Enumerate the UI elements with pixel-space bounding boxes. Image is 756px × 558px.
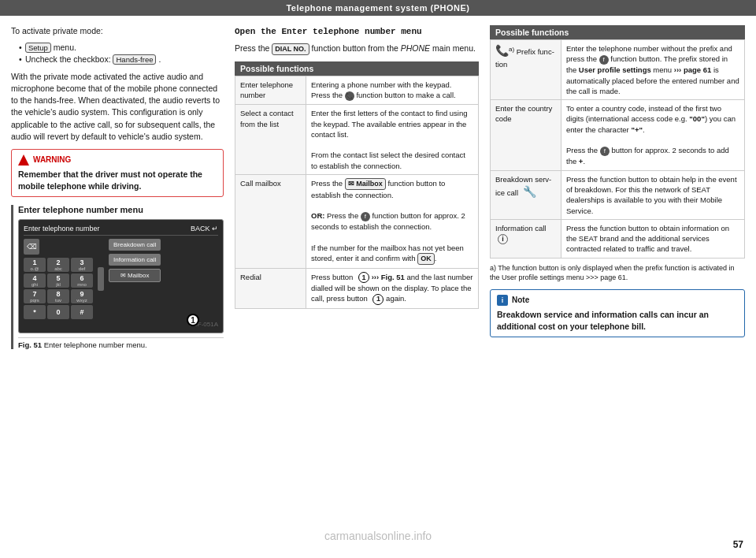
page-number: 57 bbox=[733, 539, 743, 550]
row-label: Information call i bbox=[491, 219, 561, 258]
scroll-icon bbox=[98, 267, 104, 291]
warning-text: Remember that the driver must not operat… bbox=[18, 169, 217, 192]
note-label: Note bbox=[512, 296, 529, 304]
back-icon: ↵ bbox=[212, 225, 218, 232]
key-3[interactable]: 3def bbox=[71, 258, 93, 272]
key-hash[interactable]: # bbox=[71, 305, 93, 319]
row-2-label: Call mailbox bbox=[240, 179, 281, 188]
screen-title: Enter telephone number bbox=[24, 225, 100, 232]
note-icon: i bbox=[497, 295, 508, 306]
intro-text: To activate private mode: bbox=[11, 25, 224, 37]
fig-label: Fig. 51 bbox=[18, 340, 42, 349]
dial-no-btn: DIAL NO. bbox=[272, 43, 309, 55]
row-desc: Enter the first letters of the contact t… bbox=[306, 105, 479, 175]
setup-key: Setup bbox=[25, 43, 51, 53]
circle-1-overlay: 1 bbox=[183, 314, 199, 326]
bullet-item-uncheck: Uncheck the checkbox: Hands-free . bbox=[19, 54, 224, 65]
func-btn-icon: f bbox=[599, 55, 609, 65]
information-call-btn[interactable]: Information call bbox=[109, 254, 161, 266]
header-title: Telephone management system (PHONE) bbox=[286, 3, 469, 13]
row-0-label: Enter telephone number bbox=[240, 80, 293, 99]
press-part1: Press the bbox=[235, 43, 272, 53]
table-row: Enter telephone number Entering a phone … bbox=[235, 76, 479, 104]
quote-00: "00" bbox=[689, 114, 705, 123]
ok-btn: OK bbox=[417, 253, 435, 265]
or-label: OR: bbox=[311, 211, 324, 220]
screen-back: BACK ↵ bbox=[191, 225, 218, 232]
circle-1-redial2: 1 bbox=[372, 294, 384, 305]
key-4[interactable]: 4ghi bbox=[24, 273, 46, 288]
keypad-grid: 1ο.@ 2abc 3def 4ghi 5jkl 6mno 7pqrs 8tuv… bbox=[24, 258, 93, 319]
row-desc: Press the function button to obtain info… bbox=[561, 219, 745, 258]
table-row: Call mailbox Press the ✉ Mailbox functio… bbox=[235, 175, 479, 269]
note-text: Breakdown service and information calls … bbox=[497, 309, 738, 332]
footnote: a) The function button is only displayed… bbox=[490, 263, 745, 283]
key-5[interactable]: 5jkl bbox=[47, 273, 69, 288]
plus-label: + bbox=[579, 157, 584, 166]
tel-menu-section: Enter telephone number menu Enter teleph… bbox=[11, 205, 224, 349]
table-row: Breakdown serv-ice call 🔧 Press the func… bbox=[491, 170, 745, 219]
fig-caption: Fig. 51 Enter telephone number menu. bbox=[18, 337, 224, 349]
row-desc: Press button 1 ››› Fig. 51 and the last … bbox=[306, 268, 479, 308]
keypad-area: ⌫ 1ο.@ 2abc 3def 4ghi 5jkl 6mno 7pqrs 8t… bbox=[24, 239, 93, 319]
table-row: Information call i Press the function bu… bbox=[491, 219, 745, 258]
info-circle-icon: i bbox=[498, 234, 508, 244]
row-label: 📞a) Prefix func-tion bbox=[491, 40, 561, 100]
middle-column: Open the Enter telephone number menu Pre… bbox=[235, 25, 479, 552]
key-8[interactable]: 8tuv bbox=[47, 289, 69, 303]
bullet1-text: menu. bbox=[54, 43, 76, 52]
key-7[interactable]: 7pqrs bbox=[24, 289, 46, 303]
open-enter-title: Open the Enter telephone number menu bbox=[235, 25, 479, 38]
key-2[interactable]: 2abc bbox=[47, 258, 69, 272]
keypad-top-row: ⌫ bbox=[24, 239, 93, 255]
row-label: Enter telephone number bbox=[235, 76, 306, 104]
note-box: i Note Breakdown service and information… bbox=[490, 289, 745, 337]
uncheck-period: . bbox=[158, 54, 161, 64]
key-6[interactable]: 6mno bbox=[71, 273, 93, 288]
breakdown-phone-icon: 🔧 bbox=[523, 184, 536, 200]
superscript-a: a) bbox=[509, 46, 514, 53]
delete-btn[interactable]: ⌫ bbox=[24, 239, 39, 255]
row-desc: Press the function button to obtain help… bbox=[561, 170, 745, 219]
open-enter-part2: menu bbox=[396, 27, 422, 36]
bullet-item-setup: Setup menu. bbox=[19, 42, 224, 54]
content-area: To activate private mode: Setup menu. Un… bbox=[0, 16, 756, 558]
page: Telephone management system (PHONE) To a… bbox=[0, 0, 756, 558]
mailbox-label: Mailbox bbox=[128, 272, 150, 279]
open-enter-part1: Open the bbox=[235, 27, 281, 36]
table-row: Enter the country code To enter a countr… bbox=[491, 100, 745, 170]
table-row: 📞a) Prefix func-tion Enter the telephone… bbox=[491, 40, 745, 100]
scroll-area bbox=[97, 239, 105, 319]
press-italic: PHONE bbox=[401, 43, 430, 53]
fig-desc: Enter telephone number menu. bbox=[44, 340, 147, 349]
phone-right-buttons: Breakdown call Information call ✉ Mailbo… bbox=[109, 239, 161, 319]
tel-menu-title: Enter telephone number menu bbox=[18, 205, 224, 214]
mailbox-btn[interactable]: ✉ Mailbox bbox=[109, 269, 161, 282]
func-icon: f bbox=[361, 212, 370, 221]
mailbox-inline-btn: ✉ Mailbox bbox=[345, 178, 386, 190]
row-label: Enter the country code bbox=[491, 100, 561, 170]
page-ref1: ››› page 61 bbox=[674, 65, 712, 74]
row-desc: To enter a country code, instead of the … bbox=[561, 100, 745, 170]
row-label: Call mailbox bbox=[235, 175, 306, 269]
key-star[interactable]: * bbox=[24, 305, 46, 319]
phone-screen: Enter telephone number BACK ↵ ⌫ 1 bbox=[18, 219, 224, 333]
right-functions-table: 📞a) Prefix func-tion Enter the telephone… bbox=[490, 39, 745, 259]
table-row: Redial Press button 1 ››› Fig. 51 and th… bbox=[235, 268, 479, 308]
key-9[interactable]: 9wxyz bbox=[71, 289, 93, 303]
phone-screen-header: Enter telephone number BACK ↵ bbox=[24, 225, 218, 236]
key-1[interactable]: 1ο.@ bbox=[24, 258, 46, 272]
phone-keypad: ⌫ 1ο.@ 2abc 3def 4ghi 5jkl 6mno 7pqrs 8t… bbox=[24, 239, 218, 319]
breakdown-call-btn[interactable]: Breakdown call bbox=[109, 239, 161, 251]
row-label: Select a contact from the list bbox=[235, 105, 306, 175]
row-desc: Enter the telephone number without the p… bbox=[561, 40, 745, 100]
handsfree-key: Hands-free bbox=[113, 54, 156, 65]
call-icon: 📞 bbox=[345, 91, 354, 101]
row-country-label: Enter the country code bbox=[495, 104, 552, 123]
warning-header: WARNING bbox=[18, 154, 217, 166]
uncheck-text: Uncheck the checkbox: bbox=[25, 54, 113, 64]
key-0[interactable]: 0 bbox=[47, 305, 69, 319]
mailbox-icon: ✉ bbox=[120, 272, 128, 279]
circle-1-redial: 1 bbox=[358, 272, 369, 283]
open-enter-code: Enter telephone number bbox=[281, 27, 395, 36]
